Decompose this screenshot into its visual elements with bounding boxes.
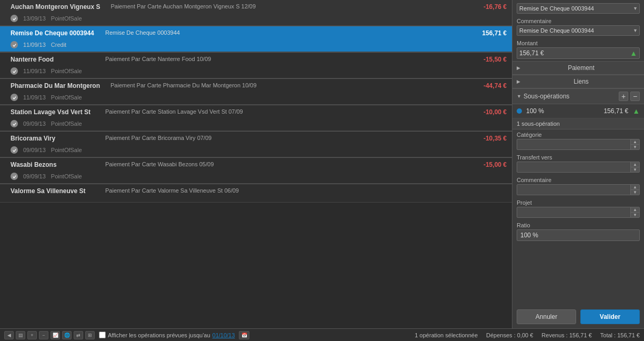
add-sous-operation-button[interactable]: +: [619, 92, 628, 101]
status-checkbox-wrapper: Afficher les opérations prévues jusqu'au…: [99, 332, 235, 338]
projet-field: ▲ ▼: [517, 207, 640, 218]
minus-icon[interactable]: −: [39, 331, 48, 339]
depenses-info: Dépenses : 0,00 €: [486, 332, 533, 338]
transaction-top-row: Wasabi Bezons09/09/13PointOfSalePaiement…: [11, 161, 507, 180]
transaction-amount: -16,76 €: [484, 3, 507, 11]
transaction-meta: 09/09/13PointOfSale: [11, 120, 82, 127]
categorie-arrows: ▲ ▼: [630, 139, 639, 149]
transaction-left: Pharmacie Du Mar Montgeron11/09/13PointO…: [11, 82, 100, 101]
transfer-icon[interactable]: ⇄: [74, 331, 83, 339]
sous-op-dot-icon: [517, 108, 522, 114]
top-select[interactable]: Remise De Cheque 0003944: [517, 3, 640, 14]
projet-label: Projet: [512, 197, 644, 207]
transaction-amount: -10,35 €: [484, 135, 507, 142]
transfert-vers-label: Transfert vers: [512, 152, 644, 162]
remove-sous-operation-button[interactable]: −: [630, 92, 640, 101]
commentaire2-arrow-down[interactable]: ▼: [631, 190, 639, 195]
check-icon: [11, 120, 18, 127]
projet-arrow-up[interactable]: ▲: [631, 207, 639, 213]
transaction-top-row: Station Lavage Vsd Vert St09/09/13PointO…: [11, 108, 507, 127]
categorie-label: Catégorie: [512, 129, 644, 139]
categorie-arrow-up[interactable]: ▲: [631, 139, 639, 145]
sous-operations-label: Sous-opérations: [524, 93, 617, 100]
paiement-section-header[interactable]: ▶ Paiement: [512, 61, 644, 75]
calendar-icon[interactable]: 📅: [239, 331, 249, 339]
transaction-type: PointOfSale: [51, 173, 82, 179]
commentaire2-input[interactable]: [517, 185, 630, 195]
annuler-button[interactable]: Annuler: [517, 309, 576, 324]
transaction-type: PointOfSale: [51, 15, 82, 22]
transaction-name: Auchan Montgeron Vigneux S: [11, 3, 100, 11]
grid-icon[interactable]: ⊞: [85, 331, 95, 339]
transaction-left: Remise De Cheque 000394411/09/13Credit: [11, 29, 95, 48]
transaction-left: Nanterre Food11/09/13PointOfSale: [11, 56, 95, 75]
prevues-checkbox[interactable]: [99, 332, 106, 338]
sous-op-arrow-icon: ▲: [632, 107, 640, 115]
transfert-arrow-up[interactable]: ▲: [631, 162, 639, 167]
transaction-name: Valorme Sa Villeneuve St: [11, 187, 86, 195]
projet-input[interactable]: [517, 207, 630, 217]
chart-icon[interactable]: 📈: [51, 331, 60, 339]
transfert-arrow-down[interactable]: ▼: [631, 167, 639, 172]
sous-op-count: 1 sous-opération: [512, 118, 644, 129]
transaction-description: Paiement Par Carte Wasabi Bezons 05/09: [105, 161, 484, 167]
add-icon[interactable]: +: [27, 331, 37, 339]
commentaire2-arrow-up[interactable]: ▲: [631, 185, 639, 190]
transaction-meta: 11/09/13PointOfSale: [11, 94, 82, 101]
transaction-row[interactable]: Remise De Cheque 000394411/09/13CreditRe…: [0, 26, 512, 52]
montant-arrow-icon: ▲: [630, 49, 637, 57]
sous-op-amount: 156,71 €: [548, 107, 628, 115]
transaction-row[interactable]: Pharmacie Du Mar Montgeron11/09/13PointO…: [0, 79, 512, 105]
right-panel: Remise De Cheque 0003944 Commentaire Rem…: [512, 0, 644, 328]
transaction-row[interactable]: Valorme Sa Villeneuve StPaiement Par Car…: [0, 184, 512, 203]
transaction-row[interactable]: Station Lavage Vsd Vert St09/09/13PointO…: [0, 105, 512, 131]
commentaire2-input-wrapper: ▲ ▼: [517, 184, 640, 195]
status-bar: ◀ ▤ + − 📈 🌐 ⇄ ⊞ Afficher les opérations …: [0, 328, 644, 341]
status-right: 1 opération sélectionnée Dépenses : 0,00…: [415, 332, 640, 338]
liens-label: Liens: [522, 78, 640, 85]
transaction-type: PointOfSale: [51, 147, 82, 153]
transaction-date: 09/09/13: [23, 173, 46, 179]
projet-arrow-down[interactable]: ▼: [631, 213, 639, 217]
transfert-input[interactable]: [517, 162, 630, 172]
transaction-row[interactable]: Bricorama Viry09/09/13PointOfSalePaiemen…: [0, 132, 512, 157]
check-icon: [11, 94, 18, 101]
transaction-name: Station Lavage Vsd Vert St: [11, 108, 90, 116]
check-icon: [11, 67, 18, 75]
categorie-field: ▲ ▼: [517, 139, 640, 150]
transaction-row[interactable]: Wasabi Bezons09/09/13PointOfSalePaiement…: [0, 158, 512, 184]
commentaire-select-wrapper: Remise De Cheque 0003944: [517, 25, 640, 36]
montant-field: 156,71 € ▲: [517, 47, 640, 59]
transaction-top-row: Valorme Sa Villeneuve StPaiement Par Car…: [11, 187, 507, 199]
globe-icon[interactable]: 🌐: [62, 331, 72, 339]
transaction-name: Remise De Cheque 0003944: [11, 29, 94, 37]
transaction-top-row: Auchan Montgeron Vigneux S13/09/13PointO…: [11, 3, 507, 22]
categorie-arrow-down[interactable]: ▼: [631, 145, 639, 149]
transaction-description: Paiement Par Carte Auchan Montgeron Vign…: [110, 3, 483, 9]
transaction-amount: -15,00 €: [484, 161, 507, 168]
transaction-name: Pharmacie Du Mar Montgeron: [11, 82, 100, 89]
transaction-date: 11/09/13: [23, 42, 46, 48]
liens-section-header[interactable]: ▶ Liens: [512, 75, 644, 88]
categorie-input-wrapper: ▲ ▼: [517, 139, 640, 150]
transaction-meta: 09/09/13PointOfSale: [11, 146, 82, 154]
transaction-amount: -44,74 €: [484, 82, 507, 89]
transaction-meta: 09/09/13PointOfSale: [11, 173, 82, 180]
transaction-row[interactable]: Nanterre Food11/09/13PointOfSalePaiement…: [0, 53, 512, 78]
commentaire2-field: ▲ ▼: [517, 184, 640, 195]
revenus-info: Revenus : 156,71 €: [541, 332, 591, 338]
transaction-left: Valorme Sa Villeneuve St: [11, 187, 95, 199]
account-icon[interactable]: ▤: [16, 331, 25, 339]
transaction-left: Station Lavage Vsd Vert St09/09/13PointO…: [11, 108, 95, 127]
back-icon[interactable]: ◀: [4, 331, 14, 339]
transaction-row[interactable]: Auchan Montgeron Vigneux S13/09/13PointO…: [0, 0, 512, 26]
transfert-arrows: ▲ ▼: [630, 162, 639, 172]
montant-value: 156,71 €: [519, 49, 630, 57]
prevues-date[interactable]: 01/10/13: [213, 332, 235, 338]
total-info: Total : 156,71 €: [600, 332, 640, 338]
categorie-input[interactable]: [517, 139, 630, 149]
valider-button[interactable]: Valider: [580, 309, 640, 324]
transaction-meta: 11/09/13Credit: [11, 41, 66, 48]
sous-operations-btns: + −: [619, 92, 640, 101]
commentaire-select[interactable]: Remise De Cheque 0003944: [517, 25, 640, 36]
